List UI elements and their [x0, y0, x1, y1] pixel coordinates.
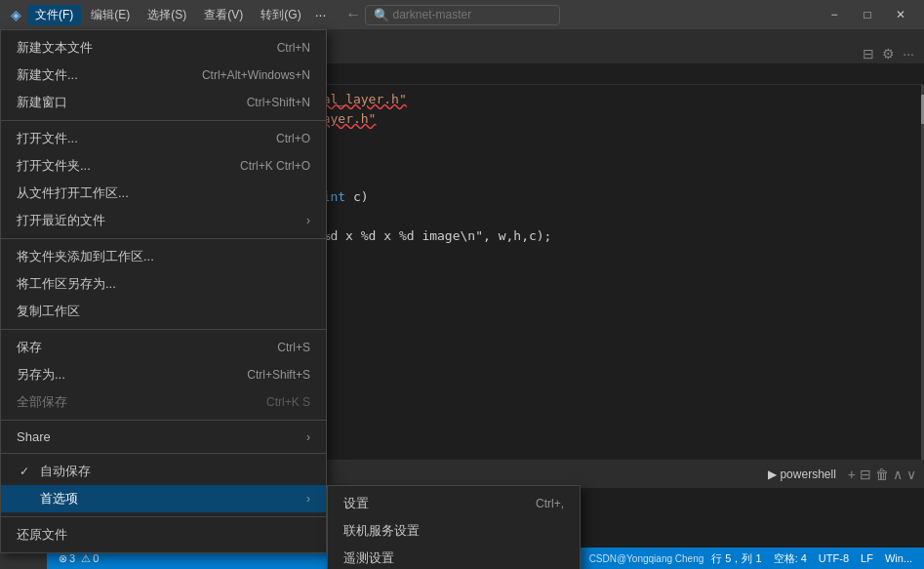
preferences-submenu: 设置 Ctrl+, 联机服务设置 遥测设置 扩展 Ctrl+Shift+X 键盘…: [327, 485, 581, 569]
menu-item-shortcut: Ctrl+Alt+Windows+N: [202, 68, 310, 82]
error-icon: ⊗: [59, 552, 67, 565]
menu-separator: [1, 516, 326, 517]
menu-auto-save[interactable]: ✓ 自动保存: [1, 458, 326, 485]
terminal-add-button[interactable]: +: [848, 467, 856, 482]
menu-save-as[interactable]: 另存为... Ctrl+Shift+S: [1, 361, 326, 388]
menu-item-label: 自动保存: [40, 463, 310, 480]
menu-file[interactable]: 文件(F): [27, 5, 81, 25]
menu-item-label: 新建窗口: [17, 94, 239, 111]
menu-save-workspace-as[interactable]: 将工作区另存为...: [1, 270, 326, 298]
menu-new-window[interactable]: 新建窗口 Ctrl+Shift+N: [1, 89, 326, 116]
restore-button[interactable]: □: [852, 5, 883, 24]
menu-item-label: 打开文件...: [17, 130, 268, 147]
file-menu: 新建文本文件 Ctrl+N 新建文件... Ctrl+Alt+Windows+N…: [0, 29, 327, 553]
menu-separator: [1, 453, 326, 454]
menu-open-recent[interactable]: 打开最近的文件 ›: [1, 207, 326, 234]
menu-item-label: 复制工作区: [17, 303, 310, 320]
menu-item-label: Share: [17, 429, 299, 444]
menu-preferences[interactable]: 首选项 ›: [1, 485, 326, 512]
settings-button[interactable]: ⚙: [880, 44, 897, 63]
menu-item-shortcut: Ctrl+Shift+S: [247, 368, 310, 382]
menu-item-label: 还原文件: [17, 526, 310, 544]
menu-separator: [1, 120, 326, 121]
menu-separator: [1, 238, 326, 239]
menu-item-shortcut: Ctrl+K S: [266, 395, 310, 409]
split-editor-button[interactable]: ⊟: [861, 44, 876, 63]
auto-save-check: ✓: [17, 465, 32, 478]
status-row-col[interactable]: 行 5，列 1: [707, 551, 765, 566]
window-controls: − □ ✕: [819, 5, 916, 24]
line-ending-label: LF: [861, 552, 873, 564]
lang-label: Win...: [885, 552, 912, 564]
menu-new-file[interactable]: 新建文件... Ctrl+Alt+Windows+N: [1, 61, 326, 89]
submenu-item-label: 设置: [343, 495, 528, 512]
more-actions-button[interactable]: ···: [901, 44, 916, 63]
menu-duplicate-workspace[interactable]: 复制工作区: [1, 298, 326, 325]
titlebar-search-bar[interactable]: 🔍: [365, 5, 560, 25]
menu-new-text-file[interactable]: 新建文本文件 Ctrl+N: [1, 34, 326, 61]
terminal-chevron-up-button[interactable]: ∧: [893, 467, 903, 482]
titlebar-menu: 文件(F) 编辑(E) 选择(S) 查看(V) 转到(G) ···: [27, 5, 330, 25]
menu-item-label: 将文件夹添加到工作区...: [17, 248, 310, 265]
status-lang[interactable]: Win...: [881, 552, 916, 564]
submenu-settings[interactable]: 设置 Ctrl+,: [328, 490, 580, 517]
terminal-split-button[interactable]: ⊟: [860, 467, 871, 482]
menu-item-label: 保存: [17, 339, 269, 356]
menu-item-label: 首选项: [40, 490, 299, 508]
menu-item-shortcut: Ctrl+K Ctrl+O: [240, 159, 310, 173]
terminal-trash-button[interactable]: 🗑: [875, 467, 889, 482]
status-line-ending[interactable]: LF: [857, 552, 877, 564]
menu-separator: [1, 329, 326, 330]
submenu-online-services[interactable]: 联机服务设置: [328, 517, 580, 545]
submenu-item-label: 联机服务设置: [343, 522, 564, 540]
menu-item-label: 新建文件...: [17, 66, 194, 84]
menu-item-shortcut: Ctrl+N: [277, 41, 310, 55]
menu-open-folder[interactable]: 打开文件夹... Ctrl+K Ctrl+O: [1, 152, 326, 180]
menu-item-label: 另存为...: [17, 366, 239, 384]
menu-more[interactable]: ···: [311, 7, 331, 22]
tab-bar-actions: ⊟ ⚙ ···: [853, 44, 924, 63]
error-count: 3: [69, 552, 75, 564]
menu-item-shortcut: Ctrl+O: [276, 132, 310, 145]
search-icon: 🔍: [374, 8, 389, 22]
menu-add-folder[interactable]: 将文件夹添加到工作区...: [1, 243, 326, 270]
terminal-tab-label[interactable]: ▶ powershell: [760, 466, 844, 483]
menu-open-workspace[interactable]: 从文件打开工作区...: [1, 180, 326, 207]
status-spaces[interactable]: 空格: 4: [770, 551, 811, 566]
menu-item-arrow: ›: [306, 430, 310, 444]
menu-goto[interactable]: 转到(G): [253, 5, 308, 25]
menu-item-arrow: ›: [306, 492, 310, 506]
nav-back-button[interactable]: ←: [341, 4, 365, 25]
row-col-label: 行 5，列 1: [711, 551, 761, 566]
status-encoding[interactable]: UTF-8: [815, 552, 853, 564]
menu-item-arrow: ›: [306, 214, 310, 227]
menu-item-shortcut: Ctrl+S: [277, 341, 310, 354]
status-errors[interactable]: ⊗ 3 ⚠ 0: [55, 552, 102, 565]
menu-edit[interactable]: 编辑(E): [83, 5, 138, 25]
menu-item-label: 打开文件夹...: [17, 157, 232, 175]
menu-revert[interactable]: 还原文件: [1, 521, 326, 549]
menu-item-label: 将工作区另存为...: [17, 275, 310, 293]
menu-view[interactable]: 查看(V): [196, 5, 251, 25]
status-right: CSDN@Yongqiang Cheng 行 5，列 1 空格: 4 UTF-8…: [589, 551, 916, 566]
menu-item-shortcut: Ctrl+Shift+N: [247, 96, 310, 109]
search-input[interactable]: [393, 8, 530, 21]
menu-open-file[interactable]: 打开文件... Ctrl+O: [1, 125, 326, 152]
titlebar: ◈ 文件(F) 编辑(E) 选择(S) 查看(V) 转到(G) ··· ← → …: [0, 0, 924, 29]
submenu-item-shortcut: Ctrl+,: [536, 497, 564, 510]
terminal-chevron-down-button[interactable]: ∨: [906, 467, 916, 482]
menu-item-label: 从文件打开工作区...: [17, 184, 310, 202]
warning-icon: ⚠: [81, 552, 91, 565]
menu-separator: [1, 420, 326, 421]
menu-item-label: 全部保存: [17, 393, 259, 411]
submenu-telemetry[interactable]: 遥测设置: [328, 545, 580, 569]
menu-select[interactable]: 选择(S): [140, 5, 194, 25]
menu-save[interactable]: 保存 Ctrl+S: [1, 334, 326, 361]
app-icon: ◈: [8, 7, 23, 22]
submenu-item-label: 遥测设置: [343, 549, 564, 567]
close-button[interactable]: ✕: [885, 5, 916, 24]
menu-share[interactable]: Share ›: [1, 425, 326, 449]
menu-save-all[interactable]: 全部保存 Ctrl+K S: [1, 388, 326, 416]
status-brand: CSDN@Yongqiang Cheng: [589, 553, 704, 564]
minimize-button[interactable]: −: [819, 5, 850, 24]
